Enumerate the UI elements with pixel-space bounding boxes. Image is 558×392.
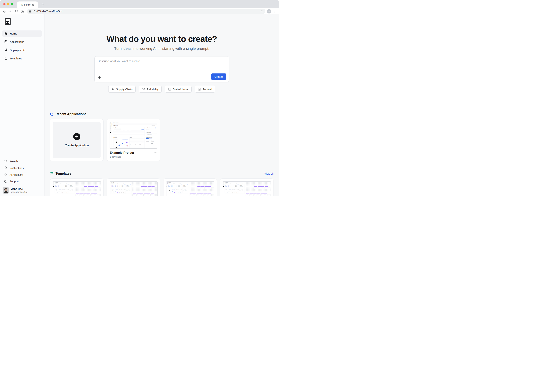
template-thumb-dashboard: Model Management Reliability Model Setup… <box>53 182 75 196</box>
help-circle-icon <box>4 180 7 183</box>
svg-text:Label: Label <box>61 191 61 192</box>
mini-setup-step: Model ConfigurationUse your dataset to c… <box>69 187 75 188</box>
template-thumb-dashboard: Model Management Reliability Model Setup… <box>223 182 245 196</box>
chip-reliability[interactable]: Reliability <box>139 86 162 93</box>
mini-validation-panel: Data Validation Summary Validate Data Vi… <box>183 188 188 194</box>
mini-validate-data-button: Validate Data <box>183 189 184 189</box>
mini-table-row: Forecast- 00 01/01/2021, 11:00AM <box>55 187 69 187</box>
zoom-window-button[interactable] <box>11 3 13 5</box>
browser-tab[interactable]: AI Studio <box>17 1 38 8</box>
more-options-icon[interactable] <box>154 152 157 153</box>
mini-setup-steps-panel: Model Setup Steps Help Data ValidationVa… <box>69 184 75 188</box>
project-thumbnail[interactable]: Model Management Reliability Model Setup… <box>110 122 157 148</box>
mini-stat: EVENT 20 <box>146 140 151 141</box>
svg-text:Label: Label <box>174 193 175 193</box>
mini-flow-canvas: File Source System File Source Collectio… <box>245 182 271 196</box>
home-button[interactable] <box>20 9 24 13</box>
sidebar-item-templates[interactable]: Templates <box>2 55 42 62</box>
url-bar[interactable]: c3.ai/Studio/TowerRiskOps <box>27 9 265 14</box>
mini-sensors-panel: Sensors ⌕Search Sensor NameSensor IDFeat… <box>232 188 239 194</box>
chip-federal[interactable]: Federal <box>195 86 215 93</box>
mini-node-graph: Label Label Label Label Label <box>225 190 231 193</box>
mini-flow-canvas: File Source System File Source Collectio… <box>75 182 101 196</box>
mini-flow-canvas: File Source System File Source Collectio… <box>188 182 214 196</box>
mini-flow-node: TimeSeries Blend <box>147 193 150 196</box>
browser-profile-avatar[interactable] <box>267 9 271 13</box>
mini-dashboard: Model Management Reliability Model Setup… <box>110 122 157 148</box>
sidebar-item-support[interactable]: Support <box>2 179 42 184</box>
close-tab-icon[interactable] <box>32 4 34 6</box>
c3-logo[interactable] <box>5 18 42 26</box>
template-card[interactable]: Model Management Reliability Model Setup… <box>107 178 160 196</box>
view-all-link[interactable]: View all <box>264 172 273 175</box>
svg-text:Label: Label <box>229 192 229 192</box>
mini-node-graph: Label Label Label Label Label <box>114 141 128 148</box>
close-window-button[interactable] <box>3 3 6 5</box>
svg-text:Label: Label <box>231 193 231 193</box>
mini-stat: COMPLETE STEPS 4 <box>70 190 72 191</box>
mini-add-project-button: Add Project <box>124 184 125 185</box>
mini-setup-step: Model ConfigurationUse your dataset to c… <box>183 187 188 188</box>
sidebar-item-notifications[interactable]: Notifications <box>2 165 42 171</box>
svg-text:Label: Label <box>172 192 173 192</box>
forward-button[interactable] <box>8 9 12 13</box>
mini-flow-node: Metadata Extractor <box>140 193 143 196</box>
mini-flow-node: File Source Collection <box>258 186 261 189</box>
sidebar-item-deployments[interactable]: Deployments <box>2 47 42 53</box>
minimize-window-button[interactable] <box>7 3 9 5</box>
mini-flow-node: TimeSeries Blend <box>261 193 264 196</box>
home-icon <box>4 32 8 36</box>
mini-projects-panel: Model Projects Overview ⌕Search Add Proj… <box>111 184 126 188</box>
mini-projects-panel: Model Projects Overview ⌕Search Add Proj… <box>113 127 145 136</box>
sidebar-item-label: Templates <box>10 57 22 60</box>
mini-stat: FAILED STEPS 0 <box>183 191 185 192</box>
user-profile[interactable]: Jane Doe jane.doe@c3.ai <box>3 187 42 194</box>
create-button[interactable]: Create <box>211 73 227 80</box>
mini-stat: COMPLETE STEPS 4 <box>240 190 242 191</box>
rocket-icon <box>4 48 8 52</box>
mini-stat: WARNING STEPS 0 <box>151 141 156 142</box>
template-card[interactable]: Model Management Reliability Model Setup… <box>220 178 273 196</box>
mini-setup-steps-panel: Model Setup Steps Help Data ValidationVa… <box>126 184 131 188</box>
reload-button[interactable] <box>14 9 18 13</box>
mini-flow-node: Parser <box>144 193 147 196</box>
template-thumb-flow: File Source System File Source Collectio… <box>188 182 214 196</box>
sparkle-icon <box>4 173 7 177</box>
new-tab-button[interactable] <box>41 2 45 6</box>
mini-validation-panel: Data Validation Summary Validate Data Vi… <box>145 137 157 148</box>
profile-email: jane.doe@c3.ai <box>11 191 27 193</box>
sidebar-item-search[interactable]: Search <box>2 159 42 164</box>
mini-flow-node: File Source Collection <box>250 193 253 196</box>
mini-flow-node: Metadata Extractor <box>261 186 264 189</box>
mini-flow-node: File Source System <box>246 193 250 196</box>
mini-add-project-button: Add Project <box>181 184 182 185</box>
create-application-card[interactable]: Create Application <box>50 119 104 161</box>
cube-icon <box>4 40 8 44</box>
mini-setup-step: Dataset PreparationPrepare your dataset … <box>145 132 157 133</box>
template-card[interactable]: Model Management Reliability Model Setup… <box>50 178 104 196</box>
templates-header: Templates View all <box>50 172 273 175</box>
chip-supply-chain[interactable]: Supply Chain <box>108 86 136 93</box>
sidebar-item-home[interactable]: Home <box>2 30 42 37</box>
mini-stat: COMPLETE STEPS 4 <box>146 141 151 142</box>
sidebar-item-applications[interactable]: Applications <box>2 39 42 45</box>
create-application-inner: Create Application <box>53 122 101 158</box>
mini-flow-node: Entity <box>264 193 267 196</box>
browser-menu-button[interactable] <box>273 9 277 13</box>
project-card[interactable]: Model Management Reliability Model Setup… <box>107 119 160 161</box>
plus-circle-icon <box>73 133 80 140</box>
prompt-input[interactable] <box>98 60 226 72</box>
chip-state-local[interactable]: State& Local <box>165 86 192 93</box>
bookmark-star-icon[interactable] <box>260 9 263 13</box>
sidebar-item-ai-assistant[interactable]: AI Assistant <box>2 172 42 178</box>
attach-button[interactable] <box>97 75 102 80</box>
mini-projects-panel: Model Projects Overview ⌕Search Add Proj… <box>55 184 69 188</box>
sidebar-item-label: Home <box>10 32 17 35</box>
template-card[interactable]: Model Management Reliability Model Setup… <box>163 178 217 196</box>
sidebar-item-label: Applications <box>10 40 24 43</box>
mini-search-box: ⌕Search <box>114 129 122 129</box>
mini-sensor-row: PF-3575007Power Consumption <box>175 193 182 194</box>
mini-app-title: Reliability Model Setup <box>112 122 157 123</box>
back-button[interactable] <box>2 9 6 13</box>
mini-flow-node: File Source Collection <box>88 186 91 189</box>
